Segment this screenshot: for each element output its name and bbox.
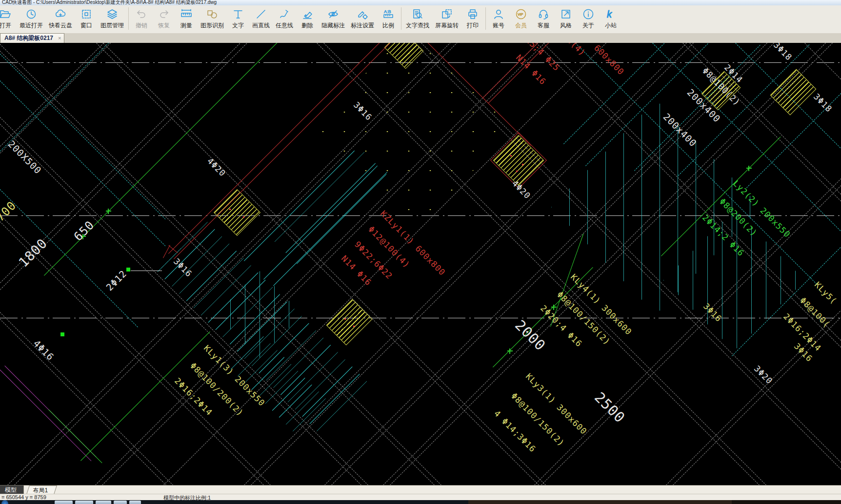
- document-tab-bar: A8# 结构梁板0217 ×: [0, 33, 841, 43]
- toolbar-label: 快看云盘: [49, 21, 72, 30]
- toolbar-label: 最近打开: [20, 21, 43, 30]
- toolbar-label: 会员: [515, 21, 527, 30]
- windows-taskbar: [0, 500, 841, 504]
- account-button[interactable]: 账号: [487, 5, 510, 30]
- diagonal-line-icon: [255, 7, 267, 21]
- toolbar-label: 文字查找: [406, 21, 429, 30]
- customer-service-button[interactable]: 客服: [532, 5, 555, 30]
- undo-icon: [136, 7, 147, 21]
- svg-text:VIP: VIP: [518, 13, 523, 16]
- dimension-text: 650: [71, 218, 97, 244]
- recent-open-button[interactable]: 最近打开: [17, 5, 46, 30]
- dimension-text: 700: [0, 198, 19, 224]
- taskbar-button[interactable]: [129, 501, 141, 504]
- toolbar-label: 图形识别: [200, 21, 224, 30]
- screen-rotate-button[interactable]: 屏幕旋转: [432, 5, 461, 30]
- vip-badge-icon: VIP: [515, 7, 527, 21]
- toolbar-label: 标注设置: [351, 21, 374, 30]
- svg-text:A:B: A:B: [384, 9, 391, 14]
- rebar-note: 2Φ12: [104, 268, 129, 293]
- toolbar-label: 小站: [605, 21, 617, 30]
- main-toolbar: 打开 最近打开 快看云盘 窗口 图层管理 撤销 恢复 测量 图形识别: [0, 5, 841, 34]
- rotate-screen-icon: [441, 7, 453, 21]
- draw-line-button[interactable]: 画直线: [249, 5, 273, 30]
- grip-point: [60, 332, 64, 336]
- hide-annotations-button[interactable]: 隐藏标注: [319, 5, 348, 30]
- shape-recognition-button[interactable]: 图形识别: [198, 5, 227, 30]
- scale-AB-icon: A:B: [382, 7, 395, 21]
- toolbar-label: 客服: [538, 21, 549, 30]
- toolbar-label: 删除: [301, 21, 313, 30]
- taskbar-button[interactable]: [55, 501, 73, 504]
- eraser-icon: [301, 7, 313, 21]
- layers-icon: [106, 7, 118, 21]
- beam-label: 600x800: [592, 43, 626, 77]
- delete-button[interactable]: 删除: [296, 5, 319, 30]
- rebar-note: 4Φ20: [205, 156, 228, 178]
- beam-label: KLy5(: [813, 280, 839, 306]
- tab-structure-drawing[interactable]: A8# 结构梁板0217 ×: [0, 33, 64, 43]
- annotation-settings-button[interactable]: 标注设置: [348, 5, 377, 30]
- toolbar-label: 风格: [560, 21, 572, 30]
- sheet-tab-bar: 模型 布局1: [0, 485, 841, 494]
- tab-title: A8# 结构梁板0217: [4, 34, 53, 42]
- open-folder-icon: [0, 7, 11, 21]
- eye-slash-icon: [327, 7, 340, 21]
- vip-member-button[interactable]: VIP 会员: [510, 5, 532, 30]
- taskbar-button[interactable]: [96, 501, 111, 504]
- toolbar-label: 隐藏标注: [321, 21, 345, 30]
- frame-arrow-icon: [560, 7, 572, 21]
- dimension-text: 1800: [16, 235, 50, 270]
- window-button[interactable]: 窗口: [75, 5, 98, 30]
- close-icon[interactable]: ×: [58, 36, 61, 41]
- text-T-icon: [232, 7, 244, 21]
- scale-button[interactable]: A:B 比例: [377, 5, 400, 30]
- toolbar-label: 文字: [232, 21, 244, 30]
- toolbar-label: 测量: [180, 21, 192, 30]
- print-button[interactable]: 打印: [461, 5, 484, 30]
- toolbar-label: 比例: [382, 21, 394, 30]
- cad-viewer-window: CAD快速看图 - C:\Users\Administrator\Desktop…: [0, 0, 841, 504]
- open-button[interactable]: 打开: [0, 5, 17, 30]
- toolbar-label: 撤销: [136, 21, 147, 30]
- headset-icon: [538, 7, 549, 21]
- status-bar: = 650544 y = 8759 模型中的标注比例:1: [0, 494, 841, 501]
- column-hatch: [326, 299, 373, 346]
- toolbar-label: 窗口: [80, 21, 92, 30]
- tab-model[interactable]: 模型: [0, 485, 24, 494]
- cloud-drive-button[interactable]: 快看云盘: [46, 5, 75, 30]
- about-button[interactable]: 关于: [577, 5, 600, 30]
- rebar-note: 3Φ18: [772, 43, 794, 62]
- start-button[interactable]: [1, 500, 8, 504]
- svg-text:k: k: [607, 9, 612, 19]
- grip-point: [126, 268, 130, 271]
- style-button[interactable]: 风格: [555, 5, 577, 30]
- selection-window-icon: [80, 7, 92, 21]
- text-button[interactable]: 文字: [227, 5, 249, 30]
- taskbar-button[interactable]: [75, 501, 93, 504]
- toolbar-separator: [401, 7, 401, 30]
- ruler-icon: [180, 7, 193, 21]
- tab-layout1[interactable]: 布局1: [26, 485, 57, 494]
- toolbar-label: 画直线: [252, 21, 270, 30]
- cad-canvas[interactable]: 600x800 Φ10@100(4) 8Φ25;4 Φ25 N14 Φ16 KZ…: [0, 43, 841, 485]
- page-magnifier-icon: [411, 7, 424, 21]
- toolbar-separator: [485, 7, 486, 30]
- ksite-button[interactable]: k 小站: [600, 5, 622, 30]
- dimension-text: 2000: [512, 317, 549, 354]
- pencil-gear-icon: [356, 7, 369, 21]
- rebar-note: 4Φ16: [31, 338, 56, 363]
- k-logo-icon: k: [605, 7, 617, 21]
- measure-button[interactable]: 测量: [175, 5, 198, 30]
- person-icon: [493, 7, 504, 21]
- clock-icon: [25, 7, 37, 21]
- undo-button[interactable]: 撤销: [130, 5, 153, 30]
- toolbar-label: 屏幕旋转: [435, 21, 459, 30]
- redo-button[interactable]: 恢复: [153, 5, 175, 30]
- text-search-button[interactable]: 文字查找: [403, 5, 432, 30]
- toolbar-label: 任意线: [276, 21, 293, 30]
- layer-manager-button[interactable]: 图层管理: [98, 5, 127, 30]
- taskbar-button[interactable]: [114, 501, 127, 504]
- shapes-icon: [206, 7, 219, 21]
- freehand-line-button[interactable]: 任意线: [273, 5, 296, 30]
